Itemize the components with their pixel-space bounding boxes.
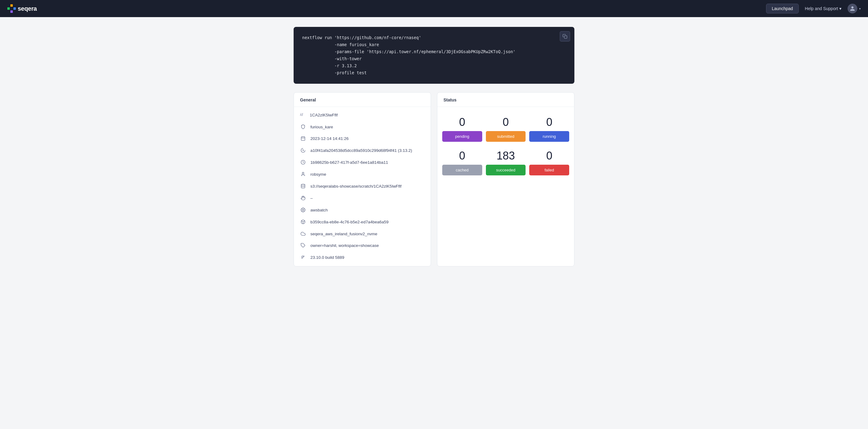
general-panel-body: id 1CA2zlK5lwFflf furious_kare 2023-12-1… (294, 107, 431, 266)
status-cell-cached: 0cached (442, 145, 482, 175)
status-cell-pending: 0pending (442, 112, 482, 142)
status-cell-succeeded: 183succeeded (486, 145, 526, 175)
svg-point-13 (303, 209, 304, 210)
avatar[interactable] (847, 4, 857, 13)
date-value: 2023-12-14 14:41:26 (310, 136, 425, 142)
svg-line-16 (302, 256, 304, 258)
panels-row: General id 1CA2zlK5lwFflf furious_kare (293, 92, 575, 267)
status-number-cached: 0 (459, 145, 465, 165)
cloud-value: seqera_aws_ireland_fusionv2_nvme (310, 231, 425, 237)
info-row-hand: – (294, 193, 431, 204)
navbar-actions: Launchpad Help and Support ▾ ▾ (766, 4, 861, 13)
info-row-hash: a10f41afa204538d5dcc89a5910c299d68f94f41… (294, 145, 431, 157)
nf-icon (300, 255, 306, 260)
svg-point-11 (302, 172, 304, 174)
svg-rect-0 (7, 7, 10, 10)
cloud-icon (300, 231, 306, 236)
status-number-pending: 0 (459, 112, 465, 131)
status-number-succeeded: 183 (497, 145, 515, 165)
command-code-block: nextflow run 'https://github.com/nf-core… (293, 27, 575, 84)
person-icon (300, 172, 306, 177)
tag-value: owner=harshil, workspace=showcase (310, 243, 425, 249)
svg-rect-1 (10, 4, 13, 7)
status-panel: Status 0pending0submitted0running0cached… (437, 92, 575, 267)
box-icon (300, 219, 306, 224)
hash-value: a10f41afa204538d5dcc89a5910c299d68f94f41… (310, 148, 425, 154)
user-icon (850, 6, 855, 11)
hash-icon (300, 148, 306, 153)
copy-icon (562, 34, 567, 39)
svg-rect-3 (10, 10, 13, 13)
navbar: seqera Launchpad Help and Support ▾ ▾ (0, 0, 868, 17)
info-row-name: furious_kare (294, 121, 431, 133)
status-badge-submitted[interactable]: submitted (486, 131, 526, 142)
status-badge-failed[interactable]: failed (529, 165, 569, 175)
status-number-failed: 0 (546, 145, 552, 165)
info-row-user: robsyme (294, 169, 431, 180)
info-row-date: 2023-12-14 14:41:26 (294, 133, 431, 145)
main-content: nextflow run 'https://github.com/nf-core… (287, 17, 581, 276)
help-support-label: Help and Support (805, 6, 838, 11)
info-row-gear: awsbatch (294, 204, 431, 216)
user-value: robsyme (310, 172, 425, 177)
seqera-logo-icon (7, 4, 16, 13)
launchpad-button[interactable]: Launchpad (766, 4, 799, 13)
status-cell-running: 0running (529, 112, 569, 142)
status-badge-succeeded[interactable]: succeeded (486, 165, 526, 175)
brand-area: seqera (7, 4, 766, 13)
user-menu[interactable]: ▾ (847, 4, 861, 13)
hand-value: – (310, 196, 425, 201)
gear-icon (300, 207, 306, 212)
command-text: nextflow run 'https://github.com/nf-core… (302, 34, 566, 76)
svg-rect-2 (13, 7, 16, 10)
info-row-tag: owner=harshil, workspace=showcase (294, 240, 431, 252)
seqera-logo[interactable]: seqera (7, 4, 37, 13)
id-label: id (300, 112, 306, 117)
status-grid: 0pending0submitted0running0cached183succ… (437, 107, 574, 180)
box-value: b359cc8a-eb8e-4c76-b5e2-ed7a4bea6a59 (310, 219, 425, 225)
status-cell-failed: 0failed (529, 145, 569, 175)
status-badge-running[interactable]: running (529, 131, 569, 142)
info-row-uuid: 1b98625b-b627-417f-a5d7-6ee1a814ba11 (294, 157, 431, 169)
status-panel-header: Status (437, 93, 574, 107)
info-row-id: id 1CA2zlK5lwFflf (294, 109, 431, 121)
info-row-storage: s3://seqeralabs-showcase/scratch/1CA2zlK… (294, 180, 431, 193)
shield-icon (300, 124, 306, 129)
clock-icon (300, 160, 306, 165)
database-icon (300, 183, 306, 189)
general-panel: General id 1CA2zlK5lwFflf furious_kare (293, 92, 431, 267)
user-chevron: ▾ (859, 7, 861, 10)
help-support-menu[interactable]: Help and Support ▾ (805, 6, 841, 11)
info-row-cloud: seqera_aws_ireland_fusionv2_nvme (294, 228, 431, 240)
id-value: 1CA2zlK5lwFflf (310, 112, 425, 118)
status-number-submitted: 0 (503, 112, 509, 131)
storage-value: s3://seqeralabs-showcase/scratch/1CA2zlK… (310, 183, 425, 190)
status-badge-pending[interactable]: pending (442, 131, 482, 142)
svg-rect-5 (301, 137, 305, 141)
svg-rect-4 (564, 36, 567, 38)
name-value: furious_kare (310, 124, 425, 130)
status-cell-submitted: 0submitted (486, 112, 526, 142)
uuid-value: 1b98625b-b627-417f-a5d7-6ee1a814ba11 (310, 160, 425, 166)
calendar-icon (300, 136, 306, 141)
general-panel-header: General (294, 93, 431, 107)
info-row-box: b359cc8a-eb8e-4c76-b5e2-ed7a4bea6a59 (294, 216, 431, 228)
hand-icon (300, 196, 306, 200)
gear-value: awsbatch (310, 207, 425, 213)
version-value: 23.10.0 build 5889 (310, 255, 425, 261)
tag-icon (300, 243, 306, 248)
status-number-running: 0 (546, 112, 552, 131)
copy-button[interactable] (560, 31, 570, 41)
svg-point-12 (301, 184, 305, 185)
status-badge-cached[interactable]: cached (442, 165, 482, 175)
help-support-chevron: ▾ (839, 6, 841, 11)
info-row-version: 23.10.0 build 5889 (294, 252, 431, 264)
logo-text: seqera (18, 5, 37, 12)
